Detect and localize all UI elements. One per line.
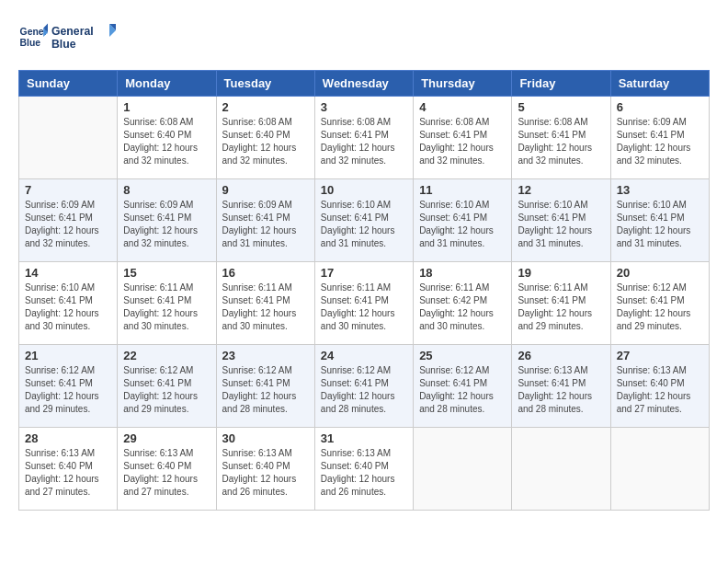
calendar-header-row: SundayMondayTuesdayWednesdayThursdayFrid… — [19, 71, 710, 97]
calendar-day-cell — [414, 428, 512, 511]
day-number: 3 — [321, 100, 407, 114]
day-info: Sunrise: 6:12 AMSunset: 6:41 PMDaylight:… — [25, 364, 111, 416]
day-info: Sunrise: 6:10 AMSunset: 6:41 PMDaylight:… — [25, 282, 111, 333]
day-of-week-header: Wednesday — [314, 71, 413, 97]
calendar-week-row: 14Sunrise: 6:10 AMSunset: 6:41 PMDayligh… — [19, 262, 710, 345]
calendar-day-cell: 7Sunrise: 6:09 AMSunset: 6:41 PMDaylight… — [19, 179, 118, 262]
calendar-day-cell: 20Sunrise: 6:12 AMSunset: 6:41 PMDayligh… — [610, 262, 709, 345]
calendar-day-cell: 22Sunrise: 6:12 AMSunset: 6:41 PMDayligh… — [118, 345, 216, 428]
day-info: Sunrise: 6:13 AMSunset: 6:40 PMDaylight:… — [321, 447, 407, 499]
calendar-week-row: 21Sunrise: 6:12 AMSunset: 6:41 PMDayligh… — [19, 345, 710, 428]
calendar-day-cell: 31Sunrise: 6:13 AMSunset: 6:40 PMDayligh… — [314, 428, 413, 511]
day-info: Sunrise: 6:10 AMSunset: 6:41 PMDaylight:… — [419, 199, 506, 250]
calendar-day-cell — [512, 428, 610, 511]
calendar-day-cell: 28Sunrise: 6:13 AMSunset: 6:40 PMDayligh… — [19, 428, 118, 511]
day-info: Sunrise: 6:13 AMSunset: 6:40 PMDaylight:… — [123, 447, 210, 499]
svg-text:Blue: Blue — [20, 38, 41, 48]
calendar-day-cell: 21Sunrise: 6:12 AMSunset: 6:41 PMDayligh… — [19, 345, 118, 428]
svg-text:Blue: Blue — [51, 38, 76, 51]
calendar-day-cell: 11Sunrise: 6:10 AMSunset: 6:41 PMDayligh… — [414, 179, 512, 262]
day-number: 30 — [222, 431, 309, 445]
calendar-day-cell: 3Sunrise: 6:08 AMSunset: 6:41 PMDaylight… — [314, 97, 413, 179]
calendar-day-cell: 18Sunrise: 6:11 AMSunset: 6:42 PMDayligh… — [414, 262, 512, 345]
day-info: Sunrise: 6:11 AMSunset: 6:41 PMDaylight:… — [123, 282, 210, 333]
svg-text:General: General — [51, 25, 94, 38]
day-info: Sunrise: 6:13 AMSunset: 6:40 PMDaylight:… — [617, 364, 703, 416]
day-number: 14 — [25, 266, 111, 280]
day-number: 23 — [222, 349, 309, 362]
day-number: 12 — [518, 183, 604, 197]
calendar-day-cell: 6Sunrise: 6:09 AMSunset: 6:41 PMDaylight… — [610, 97, 709, 179]
day-info: Sunrise: 6:11 AMSunset: 6:42 PMDaylight:… — [419, 282, 506, 333]
day-info: Sunrise: 6:13 AMSunset: 6:41 PMDaylight:… — [518, 364, 604, 416]
day-info: Sunrise: 6:12 AMSunset: 6:41 PMDaylight:… — [321, 364, 407, 416]
calendar-week-row: 7Sunrise: 6:09 AMSunset: 6:41 PMDaylight… — [19, 179, 710, 262]
day-number: 8 — [123, 183, 210, 197]
day-number: 25 — [419, 349, 506, 362]
day-number: 31 — [321, 431, 407, 445]
logo-icon: General Blue — [18, 22, 48, 52]
day-number: 11 — [419, 183, 506, 197]
day-number: 10 — [321, 183, 407, 197]
calendar-day-cell: 29Sunrise: 6:13 AMSunset: 6:40 PMDayligh… — [118, 428, 216, 511]
day-info: Sunrise: 6:13 AMSunset: 6:40 PMDaylight:… — [222, 447, 309, 499]
day-number: 21 — [25, 349, 111, 362]
day-number: 6 — [617, 100, 703, 114]
day-of-week-header: Monday — [118, 71, 216, 97]
calendar-day-cell: 10Sunrise: 6:10 AMSunset: 6:41 PMDayligh… — [314, 179, 413, 262]
calendar-day-cell: 24Sunrise: 6:12 AMSunset: 6:41 PMDayligh… — [314, 345, 413, 428]
calendar-week-row: 28Sunrise: 6:13 AMSunset: 6:40 PMDayligh… — [19, 428, 710, 511]
day-number: 9 — [222, 183, 309, 197]
calendar-day-cell: 1Sunrise: 6:08 AMSunset: 6:40 PMDaylight… — [118, 97, 216, 179]
calendar-day-cell — [610, 428, 709, 511]
calendar-day-cell: 12Sunrise: 6:10 AMSunset: 6:41 PMDayligh… — [512, 179, 610, 262]
day-number: 24 — [321, 349, 407, 362]
day-info: Sunrise: 6:09 AMSunset: 6:41 PMDaylight:… — [617, 116, 703, 167]
day-number: 17 — [321, 266, 407, 280]
day-info: Sunrise: 6:08 AMSunset: 6:41 PMDaylight:… — [321, 116, 407, 167]
day-number: 15 — [123, 266, 210, 280]
day-info: Sunrise: 6:10 AMSunset: 6:41 PMDaylight:… — [321, 199, 407, 250]
day-number: 19 — [518, 266, 604, 280]
day-info: Sunrise: 6:08 AMSunset: 6:40 PMDaylight:… — [123, 116, 210, 167]
day-of-week-header: Friday — [512, 71, 610, 97]
calendar-day-cell: 25Sunrise: 6:12 AMSunset: 6:41 PMDayligh… — [414, 345, 512, 428]
calendar-day-cell: 2Sunrise: 6:08 AMSunset: 6:40 PMDaylight… — [216, 97, 314, 179]
day-info: Sunrise: 6:09 AMSunset: 6:41 PMDaylight:… — [25, 199, 111, 250]
day-number: 20 — [617, 266, 703, 280]
calendar-day-cell: 27Sunrise: 6:13 AMSunset: 6:40 PMDayligh… — [610, 345, 709, 428]
day-of-week-header: Saturday — [610, 71, 709, 97]
day-number: 4 — [419, 100, 506, 114]
day-info: Sunrise: 6:12 AMSunset: 6:41 PMDaylight:… — [222, 364, 309, 416]
calendar-day-cell: 19Sunrise: 6:11 AMSunset: 6:41 PMDayligh… — [512, 262, 610, 345]
day-info: Sunrise: 6:11 AMSunset: 6:41 PMDaylight:… — [321, 282, 407, 333]
calendar-day-cell: 26Sunrise: 6:13 AMSunset: 6:41 PMDayligh… — [512, 345, 610, 428]
day-number: 2 — [222, 100, 309, 114]
day-number: 27 — [617, 349, 703, 362]
calendar-day-cell: 9Sunrise: 6:09 AMSunset: 6:41 PMDaylight… — [216, 179, 314, 262]
day-of-week-header: Tuesday — [216, 71, 314, 97]
calendar-day-cell: 16Sunrise: 6:11 AMSunset: 6:41 PMDayligh… — [216, 262, 314, 345]
calendar-day-cell: 8Sunrise: 6:09 AMSunset: 6:41 PMDaylight… — [118, 179, 216, 262]
day-number: 29 — [123, 431, 210, 445]
calendar-day-cell: 14Sunrise: 6:10 AMSunset: 6:41 PMDayligh… — [19, 262, 118, 345]
day-number: 5 — [518, 100, 604, 114]
calendar-day-cell: 13Sunrise: 6:10 AMSunset: 6:41 PMDayligh… — [610, 179, 709, 262]
calendar-table: SundayMondayTuesdayWednesdayThursdayFrid… — [18, 70, 710, 511]
day-info: Sunrise: 6:11 AMSunset: 6:41 PMDaylight:… — [518, 282, 604, 333]
day-number: 1 — [123, 100, 210, 114]
calendar-day-cell: 23Sunrise: 6:12 AMSunset: 6:41 PMDayligh… — [216, 345, 314, 428]
calendar-week-row: 1Sunrise: 6:08 AMSunset: 6:40 PMDaylight… — [19, 97, 710, 179]
day-number: 13 — [617, 183, 703, 197]
day-info: Sunrise: 6:08 AMSunset: 6:41 PMDaylight:… — [518, 116, 604, 167]
calendar-day-cell: 30Sunrise: 6:13 AMSunset: 6:40 PMDayligh… — [216, 428, 314, 511]
day-info: Sunrise: 6:11 AMSunset: 6:41 PMDaylight:… — [222, 282, 309, 333]
day-info: Sunrise: 6:08 AMSunset: 6:40 PMDaylight:… — [222, 116, 309, 167]
calendar-day-cell — [19, 97, 118, 179]
day-info: Sunrise: 6:12 AMSunset: 6:41 PMDaylight:… — [123, 364, 210, 416]
day-number: 18 — [419, 266, 506, 280]
day-number: 7 — [25, 183, 111, 197]
day-info: Sunrise: 6:13 AMSunset: 6:40 PMDaylight:… — [25, 447, 111, 499]
day-info: Sunrise: 6:10 AMSunset: 6:41 PMDaylight:… — [518, 199, 604, 250]
logo-svg: General Blue — [51, 18, 116, 55]
